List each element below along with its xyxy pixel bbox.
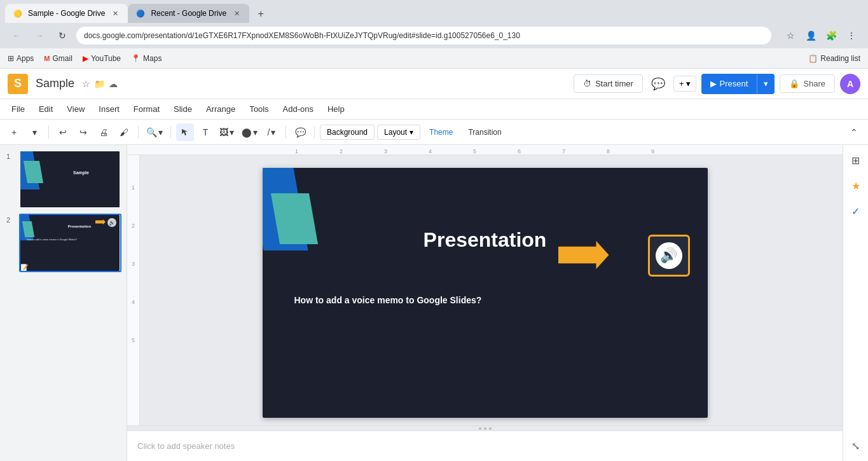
app-bar-actions: ⏱ Start timer 💬 + ▾ ▶ Present ▾ 🔒 Share … — [574, 74, 860, 94]
drag-handle[interactable] — [127, 425, 843, 430]
add-icon: + — [679, 79, 684, 88]
main-content: 1 Sample 2 Presentation — [0, 145, 868, 461]
zoom-dropdown: ▾ — [158, 127, 163, 137]
audio-play-icon[interactable]: 🔊 — [656, 242, 682, 269]
folder-icon[interactable]: 📁 — [94, 79, 105, 89]
sidebar-bottom: ⤡ — [846, 436, 866, 456]
toolbar-zoom-btn[interactable]: 🔍 ▾ — [144, 123, 165, 141]
bookmark-maps[interactable]: 📍 Maps — [131, 54, 162, 63]
back-button[interactable]: ← — [8, 27, 25, 45]
toolbar-image-btn[interactable]: 🖼 ▾ — [217, 123, 237, 141]
reload-button[interactable]: ↻ — [53, 27, 71, 45]
gmail-icon: M — [44, 55, 50, 62]
theme-button[interactable]: Theme — [423, 125, 459, 139]
toolbar-redo-btn[interactable]: ↪ — [74, 123, 92, 141]
sep3 — [170, 126, 171, 139]
transition-button[interactable]: Transition — [462, 125, 507, 139]
new-tab-button[interactable]: + — [252, 5, 270, 23]
menu-file[interactable]: File — [5, 102, 31, 116]
menu-slide[interactable]: Slide — [167, 102, 198, 116]
reading-list-btn[interactable]: 📋 Reading list — [808, 54, 860, 63]
slide-arrow — [558, 241, 609, 269]
address-input[interactable]: docs.google.com/presentation/d/1eGTXE6R1… — [76, 27, 771, 45]
cloud-icon[interactable]: ☁ — [109, 79, 118, 89]
slide-canvas[interactable]: Presentation How to add a voice memo to … — [263, 168, 708, 418]
present-dropdown[interactable]: ▾ — [757, 74, 775, 94]
sidebar-expand-icon[interactable]: ⤡ — [846, 436, 866, 456]
toolbar-print-btn[interactable]: 🖨 — [95, 123, 113, 141]
thumb2-speaker: 🔊 — [107, 218, 116, 227]
toolbar-collapse-btn[interactable]: ⌃ — [845, 123, 863, 141]
comment-button[interactable]: 💬 — [648, 74, 668, 94]
menu-insert[interactable]: Insert — [92, 102, 126, 116]
tab-close-1[interactable]: ✕ — [110, 8, 120, 18]
add-button[interactable]: + ▾ — [673, 76, 697, 92]
notes-placeholder[interactable]: Click to add speaker notes — [137, 441, 235, 451]
app-container: S Sample ☆ 📁 ☁ ⏱ Start timer 💬 + ▾ ▶ Pre… — [0, 69, 868, 461]
menu-arrange[interactable]: Arrange — [200, 102, 242, 116]
slide-item-2[interactable]: 2 Presentation How to add a voice memo t… — [19, 214, 121, 272]
browser-chrome: 🟡 Sample - Google Drive ✕ 🔵 Recent - Goo… — [0, 0, 868, 69]
editor-canvas-wrap[interactable]: 1 2 3 4 5 Presentation How to add a voic… — [127, 155, 843, 425]
toolbar-paintformat-btn[interactable]: 🖌 — [115, 123, 133, 141]
menu-format[interactable]: Format — [127, 102, 166, 116]
present-button[interactable]: ▶ Present ▾ — [701, 74, 775, 94]
note-icon: 📝 — [20, 264, 28, 271]
slide-item-1[interactable]: 1 Sample — [19, 150, 121, 209]
slide-thumb-1[interactable]: Sample — [19, 150, 121, 209]
slide-thumb-2[interactable]: Presentation How to add a voice memo to … — [19, 214, 121, 272]
toolbar-undo-btn[interactable]: ↩ — [54, 123, 72, 141]
sidebar-check-icon[interactable]: ✓ — [846, 201, 866, 221]
share-button[interactable]: 🔒 Share — [780, 74, 835, 93]
address-text: docs.google.com/presentation/d/1eGTXE6R1… — [84, 31, 520, 40]
slide-subtitle[interactable]: How to add a voice memo to Google Slides… — [294, 295, 676, 305]
slide-number-1: 1 — [6, 153, 10, 160]
toolbar-add-dropdown[interactable]: ▾ — [25, 123, 43, 141]
audio-icon-box[interactable]: 🔊 — [648, 235, 690, 277]
toolbar-select-btn[interactable] — [176, 123, 194, 141]
background-button[interactable]: Background — [320, 125, 375, 140]
layout-button[interactable]: Layout ▾ — [377, 125, 420, 140]
menu-help[interactable]: Help — [321, 102, 351, 116]
sidebar-star-icon[interactable]: ★ — [846, 175, 866, 196]
menu-view[interactable]: View — [60, 102, 91, 116]
toolbar-lines-btn[interactable]: / ▾ — [263, 123, 280, 141]
browser-actions: ☆ 👤 🧩 ⋮ — [782, 27, 860, 45]
toolbar-comment-btn[interactable]: 💬 — [291, 123, 309, 141]
toolbar-add-btn[interactable]: + — [5, 123, 23, 141]
forward-button[interactable]: → — [31, 27, 48, 45]
more-icon[interactable]: ⋮ — [843, 27, 860, 45]
start-timer-button[interactable]: ⏱ Start timer — [574, 74, 643, 93]
sep5 — [314, 126, 315, 139]
slide-title[interactable]: Presentation — [424, 228, 547, 252]
present-main[interactable]: ▶ Present — [701, 74, 757, 94]
slide-panel: 1 Sample 2 Presentation — [0, 145, 127, 461]
bookmark-apps[interactable]: ⊞ Apps — [8, 54, 34, 63]
bookmark-icon[interactable]: ☆ — [782, 27, 799, 45]
tab-close-2[interactable]: ✕ — [231, 8, 242, 18]
menu-tools[interactable]: Tools — [243, 102, 275, 116]
tab-sample[interactable]: 🟡 Sample - Google Drive ✕ — [5, 4, 128, 23]
menu-edit[interactable]: Edit — [32, 102, 59, 116]
gmail-label: Gmail — [53, 54, 72, 63]
thumb1-teal-shape — [24, 161, 43, 183]
speaker-notes[interactable]: Click to add speaker notes — [127, 430, 843, 461]
profile-icon[interactable]: 👤 — [802, 27, 820, 45]
cursor-icon — [181, 128, 189, 137]
bookmark-gmail[interactable]: M Gmail — [44, 54, 72, 63]
editor-area: 1 2 3 4 5 6 7 8 9 1 2 3 4 — [127, 145, 843, 461]
transition-label: Transition — [468, 128, 501, 137]
sidebar-grid-icon[interactable]: ⊞ — [846, 150, 866, 170]
menu-addons[interactable]: Add-ons — [277, 102, 320, 116]
bookmark-youtube[interactable]: ▶ YouTube — [83, 54, 121, 63]
user-avatar[interactable]: A — [840, 74, 860, 94]
lines-icon: / — [268, 127, 270, 137]
tab-recent[interactable]: 🔵 Recent - Google Drive ✕ — [128, 4, 249, 23]
slide-number-2: 2 — [6, 216, 10, 224]
youtube-icon: ▶ — [83, 54, 88, 63]
youtube-label: YouTube — [91, 54, 121, 63]
star-icon[interactable]: ☆ — [82, 79, 90, 89]
extension-icon[interactable]: 🧩 — [822, 27, 840, 45]
toolbar-shapes-btn[interactable]: ⬤ ▾ — [239, 123, 260, 141]
toolbar-textbox-btn[interactable]: T — [196, 123, 214, 141]
